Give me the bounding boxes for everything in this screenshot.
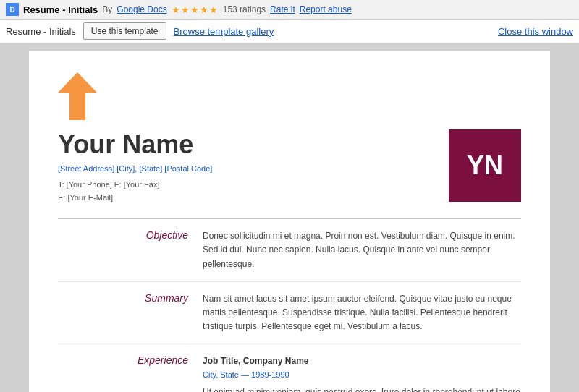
resume-phone: T: [Your Phone] F: [Your Fax]	[58, 179, 212, 192]
ratings-count: 153 ratings	[223, 4, 266, 14]
summary-label: Summary	[58, 292, 203, 334]
top-bar: D Resume - Initials By Google Docs ★★★★★…	[0, 0, 579, 20]
second-bar-left: Resume - Initials Use this template Brow…	[6, 22, 274, 40]
objective-content: Donec sollicitudin mi et magna. Proin no…	[203, 229, 521, 271]
preview-area: Your Name [Street Address] [City], [Stat…	[0, 43, 579, 392]
doc-page: Your Name [Street Address] [City], [Stat…	[29, 51, 550, 392]
resume-email: E: [Your E-Mail]	[58, 192, 212, 205]
title-area: D Resume - Initials By Google Docs ★★★★★…	[6, 3, 573, 16]
objective-row: Objective Donec sollicitudin mi et magna…	[58, 219, 521, 282]
use-template-button[interactable]: Use this template	[83, 22, 166, 40]
job-title: Job Title, Company Name	[203, 354, 521, 368]
rate-it-link[interactable]: Rate it	[270, 4, 295, 14]
experience-row: Experience Job Title, Company Name City,…	[58, 344, 521, 392]
star-rating: ★★★★★	[172, 4, 219, 15]
initials-box: YN	[449, 129, 521, 202]
browse-gallery-link[interactable]: Browse template gallery	[174, 26, 274, 37]
close-window-link[interactable]: Close this window	[498, 26, 573, 37]
resume-header: Your Name [Street Address] [City], [Stat…	[58, 129, 521, 204]
experience-description: Ut enim ad minim veniam, quis nostrud ex…	[203, 385, 521, 392]
doc-title: Resume - Initials	[6, 26, 76, 37]
resume-address: [Street Address] [City], [State] [Postal…	[58, 164, 212, 173]
objective-label: Objective	[58, 229, 203, 271]
summary-row: Summary Nam sit amet lacus sit amet ipsu…	[58, 282, 521, 345]
google-docs-link[interactable]: Google Docs	[117, 4, 166, 14]
job-location: City, State — 1989-1990	[203, 369, 521, 382]
svg-marker-0	[58, 72, 97, 120]
doc-icon: D	[6, 3, 19, 16]
resume-sections: Objective Donec sollicitudin mi et magna…	[58, 218, 521, 392]
resume-name: Your Name	[58, 129, 212, 160]
summary-content: Nam sit amet lacus sit amet ipsum auctor…	[203, 292, 521, 334]
experience-content: Job Title, Company Name City, State — 19…	[203, 354, 521, 392]
arrow-up-container	[58, 72, 521, 122]
page-title: Resume - Initials	[23, 4, 98, 15]
arrow-up-icon	[58, 72, 97, 120]
by-text: By	[102, 4, 112, 14]
resume-name-block: Your Name [Street Address] [City], [Stat…	[58, 129, 212, 204]
experience-label: Experience	[58, 354, 203, 392]
second-bar: Resume - Initials Use this template Brow…	[0, 20, 579, 43]
report-abuse-link[interactable]: Report abuse	[300, 4, 352, 14]
